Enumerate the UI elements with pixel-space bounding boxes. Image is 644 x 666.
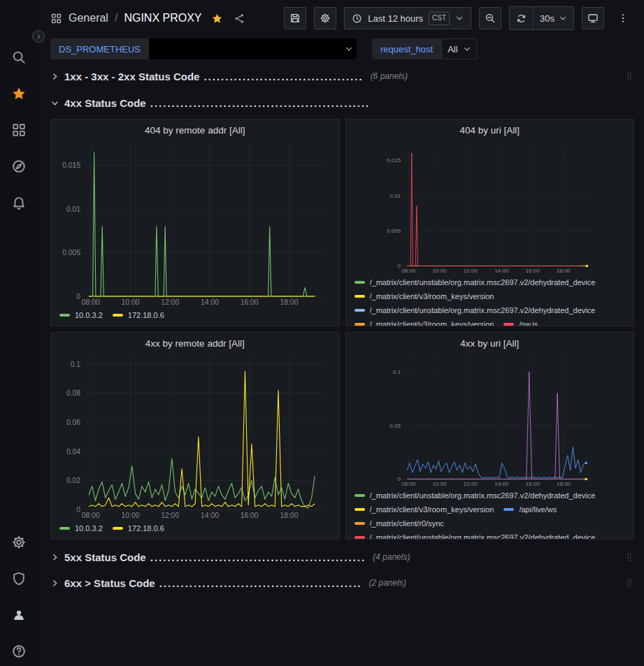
timeseries-chart[interactable]: 08:0010:0012:0014:0016:0018:0000.0050.01…: [346, 138, 634, 275]
svg-text:14:00: 14:00: [201, 512, 219, 519]
legend-item[interactable]: /sw.js: [503, 319, 538, 326]
chevron-down-icon: [455, 14, 464, 22]
chevron-down-icon: [345, 45, 353, 53]
svg-text:0.04: 0.04: [66, 448, 80, 456]
shield-icon: [11, 571, 27, 586]
grafana-logo[interactable]: [8, 11, 29, 32]
panel-title[interactable]: 404 by remote addr [All]: [51, 120, 339, 138]
bell-icon: [11, 195, 27, 210]
share-icon: [234, 13, 245, 24]
panel-title[interactable]: 4xx by uri [All]: [346, 333, 634, 352]
breadcrumb: General / NGINX PROXY: [50, 12, 245, 24]
legend-item[interactable]: 172.18.0.6: [113, 523, 164, 533]
clock-icon: [352, 13, 362, 24]
time-range-picker[interactable]: Last 12 hours CST: [344, 7, 471, 29]
row-title: 6xx > Status Code: [64, 577, 155, 589]
favorite-star-button[interactable]: [211, 13, 223, 24]
variable-selected-value: All: [448, 44, 457, 55]
row-header-5xx[interactable]: 5xx Status Code ........................…: [50, 548, 634, 566]
legend-item[interactable]: /_matrix/client/unstable/org.matrix.msc2…: [355, 490, 596, 500]
sidebar-item-alerting[interactable]: [11, 195, 27, 210]
sidebar-item-help[interactable]: [11, 644, 27, 659]
legend-item[interactable]: /api/live/ws: [503, 504, 557, 514]
row-header-6xx[interactable]: 6xx > Status Code ......................…: [50, 574, 634, 592]
svg-text:18:00: 18:00: [556, 268, 571, 274]
variable-label-request-host[interactable]: request_host: [372, 38, 441, 59]
row-drag-handle[interactable]: [624, 574, 634, 591]
timeseries-chart[interactable]: 08:0010:0012:0014:0016:0018:0000.0050.01…: [51, 138, 339, 307]
svg-text:16:00: 16:00: [525, 481, 540, 487]
sidebar-expand-button[interactable]: [32, 30, 45, 43]
legend-item[interactable]: /_matrix/client/unstable/org.matrix.msc2…: [355, 532, 596, 539]
variable-request-host: request_host All: [372, 38, 478, 59]
sidebar-item-search[interactable]: [11, 50, 27, 65]
svg-text:08:00: 08:00: [82, 512, 100, 519]
legend-series-label: /sw.js: [519, 320, 538, 326]
chart-legend: /_matrix/client/unstable/org.matrix.msc2…: [346, 275, 634, 326]
legend-item[interactable]: /_matrix/client/unstable/org.matrix.msc2…: [355, 305, 596, 315]
sidebar-item-configuration[interactable]: [11, 535, 27, 550]
legend-item[interactable]: /_matrix/client/v3/room_keys/version: [355, 504, 494, 514]
row-panel-count: (2 panels): [369, 578, 406, 588]
legend-series-color-icon: [355, 295, 365, 298]
row-header-4xx[interactable]: 4xx Status Code ........................…: [50, 94, 634, 112]
row-title-dots: .....................................: [203, 71, 363, 82]
timeseries-chart[interactable]: 08:0010:0012:0014:0016:0018:0000.050.1: [346, 352, 634, 488]
dashboard-settings-button[interactable]: [314, 7, 336, 29]
svg-text:14:00: 14:00: [494, 481, 509, 487]
share-button[interactable]: [234, 13, 245, 24]
dashboard-title[interactable]: NGINX PROXY: [124, 12, 201, 24]
timezone-badge: CST: [429, 12, 450, 25]
svg-text:08:00: 08:00: [401, 268, 416, 274]
panel-title[interactable]: 4xx by remote addr [All]: [51, 333, 339, 352]
legend-series-label: /api/live/ws: [519, 505, 557, 514]
svg-text:0.1: 0.1: [392, 369, 401, 375]
legend-item[interactable]: /_matrix/client/unstable/org.matrix.msc2…: [355, 277, 596, 287]
sidebar-item-explore[interactable]: [11, 159, 27, 174]
svg-text:10:00: 10:00: [432, 481, 447, 487]
zoom-out-time-button[interactable]: [479, 7, 501, 29]
save-dashboard-button[interactable]: [284, 7, 306, 29]
variable-value-datasource[interactable]: [149, 38, 357, 59]
legend-series-label: /_matrix/client/v3/room_keys/version: [370, 505, 494, 514]
refresh-icon: [516, 13, 527, 24]
legend-item[interactable]: /_matrix/client/r0/sync: [355, 518, 444, 528]
variable-label-datasource[interactable]: DS_PROMETHEUS: [50, 38, 149, 59]
legend-item[interactable]: /_matrix/client/v3/room_keys/version: [355, 291, 494, 301]
gear-icon: [320, 13, 331, 24]
sidebar-item-starred[interactable]: [11, 86, 27, 101]
breadcrumb-section[interactable]: General: [69, 12, 108, 24]
more-options-button[interactable]: [612, 7, 634, 29]
svg-text:12:00: 12:00: [161, 512, 179, 519]
svg-text:0.1: 0.1: [71, 361, 81, 368]
legend-item[interactable]: 10.0.3.2: [59, 310, 103, 320]
legend-series-color-icon: [503, 508, 514, 511]
variable-value-request-host[interactable]: All: [441, 38, 477, 59]
legend-series-label: 172.18.0.6: [128, 524, 164, 533]
refresh-interval-dropdown[interactable]: 30s: [533, 7, 573, 29]
legend-series-color-icon: [355, 508, 365, 511]
kiosk-tv-button[interactable]: [582, 7, 604, 29]
legend-series-color-icon: [59, 314, 70, 317]
legend-item[interactable]: 10.0.3.2: [59, 523, 103, 533]
legend-series-color-icon: [355, 323, 365, 326]
chevron-right-icon: [50, 579, 59, 588]
row-drag-handle[interactable]: [624, 68, 634, 85]
timeseries-chart[interactable]: 08:0010:0012:0014:0016:0018:0000.020.040…: [51, 352, 339, 521]
sidebar-item-dashboards[interactable]: [11, 122, 27, 138]
legend-series-label: /_matrix/client/v3/room_keys/version: [370, 292, 494, 301]
legend-series-label: /_matrix/client/v3/room_keys/version: [370, 320, 494, 326]
row-drag-handle[interactable]: [624, 549, 634, 565]
panel-title[interactable]: 404 by uri [All]: [346, 120, 634, 138]
topbar-actions: Last 12 hours CST 30s: [284, 6, 634, 30]
legend-series-color-icon: [59, 527, 70, 530]
svg-text:10:00: 10:00: [432, 268, 447, 274]
legend-item[interactable]: /_matrix/client/v3/room_keys/version: [355, 319, 494, 326]
refresh-button[interactable]: [510, 7, 533, 29]
legend-item[interactable]: 172.18.0.6: [113, 310, 164, 320]
row-header-1xx[interactable]: 1xx - 3xx - 2xx Status Code ............…: [50, 67, 634, 85]
svg-text:18:00: 18:00: [280, 298, 299, 306]
gear-icon: [11, 535, 27, 550]
sidebar-item-profile[interactable]: [11, 607, 27, 623]
sidebar-item-server-admin[interactable]: [11, 571, 27, 586]
